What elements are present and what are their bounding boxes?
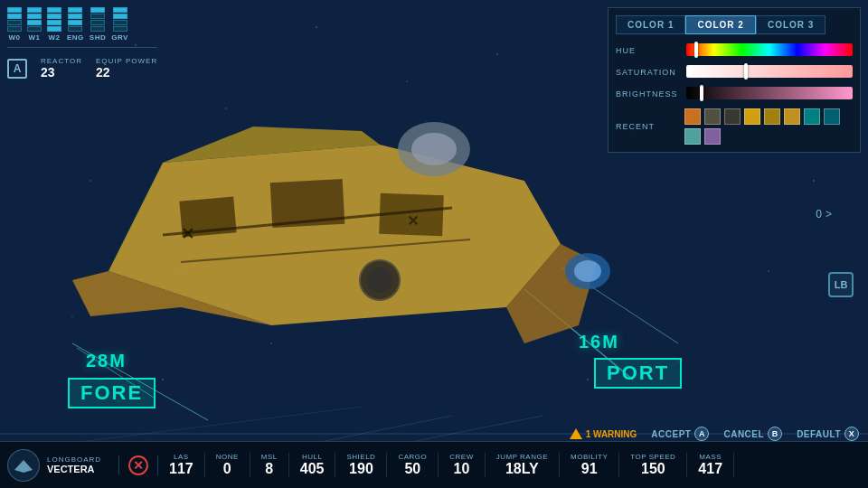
equip-power-stat: EQUIP POWER 22 [96, 57, 157, 80]
stat-label-jump: JUMP RANGE [496, 453, 548, 461]
bar-group-w1: W1 [27, 7, 42, 42]
brightness-row: BRIGHTNESS [616, 87, 853, 101]
stat-value-mobility: 91 [581, 461, 598, 477]
cancel-button[interactable]: CANCEL B [723, 427, 782, 441]
reactor-icon: A [7, 59, 27, 79]
reactor-stat: REACTOR 23 [41, 57, 82, 80]
equip-power-value: 22 [96, 65, 157, 80]
recent-swatch-3[interactable] [724, 108, 741, 125]
stat-hull: HULL 405 [289, 453, 336, 477]
stat-value-crew: 10 [454, 461, 470, 477]
stat-label-hull: HULL [302, 453, 322, 461]
stat-label-mobility: MOBILITY [571, 453, 608, 461]
recent-swatch-6[interactable] [784, 108, 800, 125]
saturation-thumb[interactable] [744, 63, 748, 80]
stat-label-msl: MSL [261, 453, 278, 461]
stat-label-none: NONE [216, 453, 239, 461]
stat-value-shield: 190 [349, 461, 373, 477]
ship-info: LONGBOARD VECTERA [47, 455, 119, 474]
stat-value-none: 0 [223, 461, 231, 477]
color-panel: COLOR 1 COLOR 2 COLOR 3 HUE SATURATION B… [608, 7, 861, 153]
stat-mass: MASS 417 [687, 453, 734, 477]
brightness-label: BRIGHTNESS [616, 89, 679, 99]
stat-label-crew: CREW [449, 453, 473, 461]
recent-swatch-8[interactable] [824, 108, 840, 125]
top-left-panel: W0 W1 W2 [7, 7, 157, 80]
warning-text: 1 WARNING [586, 429, 637, 439]
bars-row: W0 W1 W2 [7, 7, 157, 42]
accept-label: ACCEPT [651, 429, 691, 439]
bar-group-w2: W2 [47, 7, 61, 42]
recent-swatch-2[interactable] [704, 108, 721, 125]
lb-button[interactable]: LB [828, 272, 854, 297]
hue-row: HUE [616, 43, 853, 58]
brightness-slider[interactable] [686, 87, 853, 99]
recent-swatch-7[interactable] [804, 108, 820, 125]
stat-top-speed: TOP SPEED 150 [619, 453, 687, 477]
hue-label: HUE [616, 46, 679, 55]
hue-thumb[interactable] [694, 42, 698, 58]
stat-mobility: MOBILITY 91 [560, 453, 619, 477]
default-button[interactable]: DEFAULT X [797, 427, 859, 441]
indicator-arrow: > [826, 208, 832, 221]
bar-label-w1: W1 [29, 33, 41, 42]
bar-label-w0: W0 [9, 33, 21, 42]
cancel-label: CANCEL [723, 429, 764, 439]
bar-label-w2: W2 [49, 33, 61, 42]
bottom-bar: LONGBOARD VECTERA ✕ LAS 117 NONE 0 MSL 8… [0, 441, 868, 488]
stat-label-cargo: CARGO [398, 453, 427, 461]
stat-msl: MSL 8 [250, 453, 289, 477]
bar-label-grv: GRV [111, 33, 128, 42]
stat-crew: CREW 10 [439, 453, 485, 477]
color-tab-2[interactable]: COLOR 2 [685, 15, 755, 34]
direction-port: PORT [594, 358, 682, 389]
stat-value-msl: 8 [265, 461, 273, 477]
stat-label-mass: MASS [699, 453, 722, 461]
stat-value-mass: 417 [698, 461, 722, 477]
stat-jump-range: JUMP RANGE 18LY [486, 453, 560, 477]
bar-group-w0: W0 [7, 7, 22, 42]
accept-button[interactable]: ACCEPT A [651, 427, 709, 441]
cancel-key: B [768, 427, 782, 441]
distance-1: 28M [86, 351, 127, 371]
direction-fore: FORE [68, 378, 156, 408]
stat-value-jump: 18LY [505, 461, 539, 477]
indicator-value: 0 [816, 208, 822, 221]
saturation-slider-container[interactable] [686, 65, 853, 80]
ship-avatar [7, 449, 40, 482]
recent-swatch-9[interactable] [684, 128, 701, 145]
recent-swatch-1[interactable] [684, 108, 701, 125]
recent-swatch-4[interactable] [744, 108, 760, 125]
right-indicator: 0 > [816, 208, 832, 221]
recent-swatch-5[interactable] [764, 108, 780, 125]
accept-key: A [694, 427, 709, 441]
stat-value-las: 117 [169, 461, 193, 477]
cancel-icon[interactable]: ✕ [128, 455, 148, 475]
bar-label-shd: SHD [90, 33, 106, 42]
stat-value-cargo: 50 [404, 461, 420, 477]
reactor-value: 23 [41, 65, 82, 80]
hue-slider-container[interactable] [686, 43, 853, 58]
color-tab-3[interactable]: COLOR 3 [756, 15, 826, 34]
brightness-thumb[interactable] [700, 85, 703, 101]
stat-label-las: LAS [174, 453, 189, 461]
equip-power-label: EQUIP POWER [96, 57, 157, 65]
stat-las: LAS 117 [158, 453, 205, 477]
stat-value-speed: 150 [641, 461, 665, 477]
color-tab-1[interactable]: COLOR 1 [616, 15, 685, 34]
stat-label-shield: SHIELD [346, 453, 375, 461]
color-tabs[interactable]: COLOR 1 COLOR 2 COLOR 3 [616, 15, 853, 34]
hue-slider[interactable] [686, 43, 853, 56]
recent-swatch-10[interactable] [704, 128, 721, 145]
saturation-slider[interactable] [686, 65, 853, 78]
brightness-slider-container[interactable] [686, 87, 853, 101]
reactor-label: REACTOR [41, 57, 82, 65]
bar-group-grv: GRV [111, 7, 128, 42]
stat-cargo: CARGO 50 [387, 453, 439, 477]
recent-row: RECENT [616, 108, 853, 145]
action-bar: 1 WARNING ACCEPT A CANCEL B DEFAULT X [570, 427, 859, 441]
ship-avatar-icon [13, 456, 34, 474]
stat-value-hull: 405 [300, 461, 325, 477]
distance-2: 16M [579, 332, 619, 352]
default-label: DEFAULT [797, 429, 841, 439]
